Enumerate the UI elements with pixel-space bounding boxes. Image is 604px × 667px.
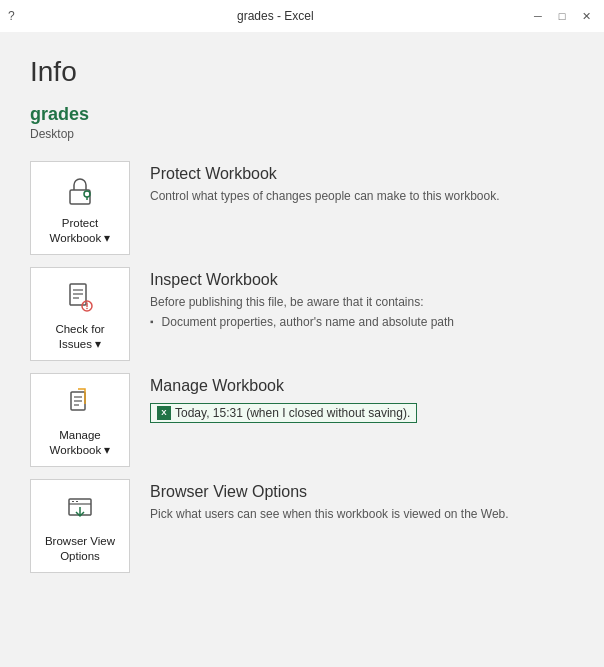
browser-section: Browser ViewOptions Browser View Options… <box>30 479 574 573</box>
file-name: grades <box>30 104 574 125</box>
protect-heading: Protect Workbook <box>150 165 500 183</box>
browser-heading: Browser View Options <box>150 483 509 501</box>
inspect-icon <box>61 278 99 316</box>
check-issues-button[interactable]: Check forIssues ▾ <box>30 267 130 361</box>
content-area: Info grades Desktop ProtectWorkbook ▾ <box>0 32 604 667</box>
maximize-button[interactable]: □ <box>552 6 572 26</box>
help-button[interactable]: ? <box>8 9 15 23</box>
manage-section: ManageWorkbook ▾ Manage Workbook X Today… <box>30 373 574 467</box>
manage-heading: Manage Workbook <box>150 377 417 395</box>
inspect-bullet-1: Document properties, author's name and a… <box>150 315 454 329</box>
inspect-info: Inspect Workbook Before publishing this … <box>150 267 454 329</box>
manage-file-label: Today, 15:31 (when I closed without savi… <box>175 406 410 420</box>
lock-icon <box>61 172 99 210</box>
window-controls: ─ □ ✕ <box>528 6 596 26</box>
browser-desc: Pick what users can see when this workbo… <box>150 505 509 523</box>
xl-file-icon: X <box>157 406 171 420</box>
inspect-desc: Before publishing this file, be aware th… <box>150 293 454 311</box>
manage-button-label: ManageWorkbook ▾ <box>50 428 111 458</box>
manage-icon <box>61 384 99 422</box>
protect-info: Protect Workbook Control what types of c… <box>150 161 500 205</box>
minimize-button[interactable]: ─ <box>528 6 548 26</box>
manage-file-link[interactable]: X Today, 15:31 (when I closed without sa… <box>150 403 417 423</box>
inspect-section: Check forIssues ▾ Inspect Workbook Befor… <box>30 267 574 361</box>
main-panel: Info grades Desktop ProtectWorkbook ▾ <box>0 32 604 667</box>
page-title: Info <box>30 56 574 88</box>
window-title: grades - Excel <box>23 9 528 23</box>
excel-window: ? grades - Excel ─ □ ✕ Info grades Deskt… <box>0 0 604 667</box>
browser-icon <box>61 490 99 528</box>
title-bar: ? grades - Excel ─ □ ✕ <box>0 0 604 32</box>
close-button[interactable]: ✕ <box>576 6 596 26</box>
browser-info: Browser View Options Pick what users can… <box>150 479 509 523</box>
browser-button-label: Browser ViewOptions <box>45 534 115 564</box>
protect-workbook-button[interactable]: ProtectWorkbook ▾ <box>30 161 130 255</box>
manage-workbook-button[interactable]: ManageWorkbook ▾ <box>30 373 130 467</box>
protect-button-label: ProtectWorkbook ▾ <box>50 216 111 246</box>
browser-view-button[interactable]: Browser ViewOptions <box>30 479 130 573</box>
protect-section: ProtectWorkbook ▾ Protect Workbook Contr… <box>30 161 574 255</box>
inspect-heading: Inspect Workbook <box>150 271 454 289</box>
svg-point-9 <box>86 308 88 310</box>
protect-desc: Control what types of changes people can… <box>150 187 500 205</box>
svg-point-1 <box>84 191 90 197</box>
inspect-bullets: Document properties, author's name and a… <box>150 315 454 329</box>
check-issues-label: Check forIssues ▾ <box>55 322 104 352</box>
file-location: Desktop <box>30 127 574 141</box>
manage-info: Manage Workbook X Today, 15:31 (when I c… <box>150 373 417 423</box>
